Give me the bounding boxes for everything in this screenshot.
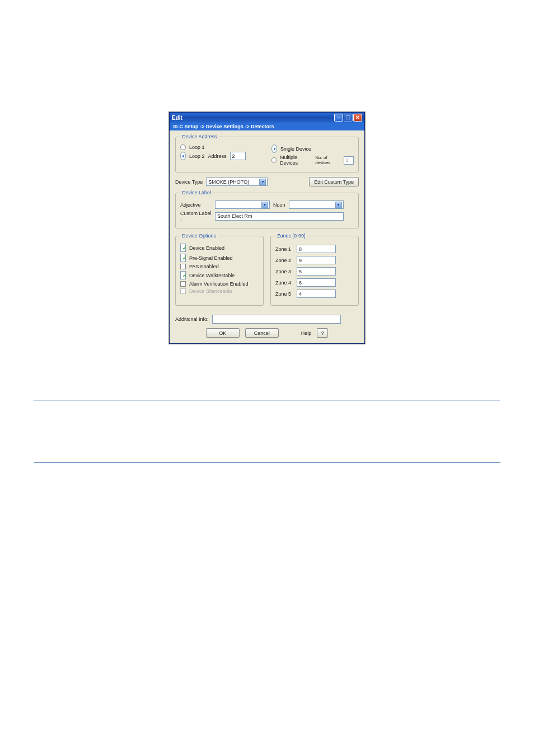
opt-label: Device Silenceable [189, 288, 232, 294]
zone-label: Zone 3 [275, 269, 293, 274]
ok-button[interactable]: OK [206, 328, 240, 338]
minimize-button[interactable]: – [334, 114, 343, 122]
breadcrumb: SLC Setup -> Device Settings -> Detector… [170, 123, 364, 130]
zone-label: Zone 2 [275, 258, 293, 263]
noun-label: Noun [273, 202, 285, 208]
adjective-label: Adjective [180, 202, 212, 208]
device-type-label: Device Type [175, 179, 203, 185]
numdev-label: No. of devices [315, 155, 340, 165]
device-type-value: SMOKE (PHOTO) [208, 179, 249, 185]
dialog-buttons: OK Cancel Help ? [175, 328, 359, 338]
numdev-input: 1 [344, 156, 354, 165]
device-options-group: Device Options Device Enabled Pre-Signal… [175, 233, 264, 306]
additional-info-input[interactable] [212, 315, 341, 324]
custom-label-label: Custom Label : [180, 211, 212, 222]
single-device-label: Single Device [280, 146, 311, 152]
zone4-input[interactable]: 6 [297, 278, 336, 287]
chevron-down-icon: ▼ [261, 202, 268, 208]
help-label: Help [301, 330, 312, 336]
zones-group: Zones [0-99] Zone 18 Zone 29 Zone 35 Zon… [270, 233, 359, 306]
device-options-legend: Device Options [180, 233, 218, 239]
opt-label: Alarm Verification Enabled [189, 281, 249, 287]
zones-legend: Zones [0-99] [275, 233, 307, 239]
multiple-devices-label: Multiple Devices [280, 155, 312, 166]
divider [34, 400, 500, 400]
titlebar: Edit – ❐ ✕ [170, 113, 364, 123]
zone-label: Zone 5 [275, 291, 293, 297]
opt-label: Device Walktestable [189, 273, 235, 278]
maximize-button: ❐ [344, 114, 353, 122]
multiple-devices-radio[interactable] [271, 157, 277, 163]
device-enabled-checkbox[interactable] [180, 244, 186, 252]
loop1-radio[interactable] [180, 144, 186, 150]
silenceable-checkbox [180, 288, 186, 294]
custom-label-input[interactable]: South Elect Rm [215, 212, 344, 221]
divider [34, 462, 500, 463]
walktestable-checkbox[interactable] [180, 271, 186, 279]
edit-custom-type-button[interactable]: Edit Custom Type [309, 177, 359, 186]
address-label: Address [208, 153, 227, 159]
dialog-title: Edit [172, 115, 182, 121]
chevron-down-icon: ▼ [259, 179, 266, 185]
presignal-enabled-checkbox[interactable] [180, 254, 186, 262]
opt-label: PAS Enabled [189, 264, 219, 269]
edit-dialog: Edit – ❐ ✕ SLC Setup -> Device Settings … [169, 112, 365, 344]
opt-label: Pre-Signal Enabled [189, 255, 233, 261]
device-address-group: Device Address Loop 1 Loop 2 Address 2 [175, 134, 359, 172]
window-controls: – ❐ ✕ [334, 114, 362, 122]
close-button[interactable]: ✕ [353, 114, 362, 122]
help-button[interactable]: ? [317, 328, 328, 338]
loop1-label: Loop 1 [189, 144, 205, 150]
device-label-group: Device Label Adjective ▼ Noun ▼ Custom L… [175, 190, 359, 228]
chevron-down-icon: ▼ [335, 202, 342, 208]
zone3-input[interactable]: 5 [297, 267, 336, 276]
zone-label: Zone 1 [275, 246, 293, 252]
adjective-select[interactable]: ▼ [215, 200, 270, 209]
zone2-input[interactable]: 9 [297, 256, 336, 264]
loop2-radio[interactable] [180, 152, 186, 160]
device-label-legend: Device Label [180, 190, 213, 195]
pas-enabled-checkbox[interactable] [180, 264, 186, 269]
noun-select[interactable]: ▼ [289, 200, 344, 209]
additional-info-label: Additional Info: [175, 316, 209, 322]
zone1-input[interactable]: 8 [297, 245, 336, 253]
alarm-verification-checkbox[interactable] [180, 281, 186, 287]
address-input[interactable]: 2 [230, 152, 246, 160]
zone5-input[interactable]: 4 [297, 290, 336, 298]
single-device-radio[interactable] [271, 144, 277, 153]
device-address-legend: Device Address [180, 134, 219, 139]
loop2-label: Loop 2 [189, 153, 205, 159]
device-type-select[interactable]: SMOKE (PHOTO) ▼ [206, 178, 268, 186]
zone-label: Zone 4 [275, 280, 293, 286]
opt-label: Device Enabled [189, 245, 224, 251]
cancel-button[interactable]: Cancel [245, 328, 279, 338]
